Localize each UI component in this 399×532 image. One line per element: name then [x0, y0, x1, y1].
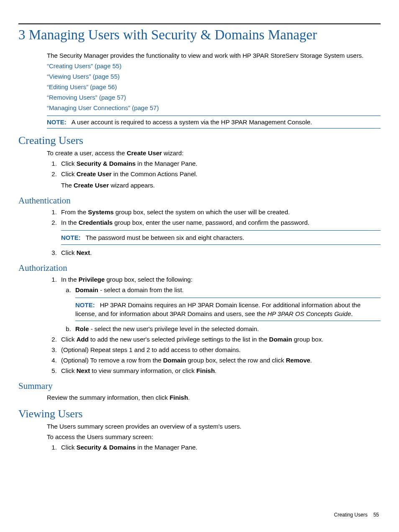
toc-link[interactable]: “Editing Users” (page 56) — [47, 82, 381, 91]
step-item: Click Next to view summary information, … — [59, 366, 381, 375]
section-viewing-users: Viewing Users — [18, 408, 381, 420]
page-number: 55 — [373, 512, 379, 518]
creating-intro: To create a user, access the Create User… — [47, 149, 381, 157]
section-creating-users: Creating Users — [18, 134, 381, 147]
toc-link[interactable]: “Creating Users” (page 55) — [47, 62, 381, 70]
page-footer: Creating Users55 — [334, 512, 379, 518]
step-item: (Optional) Repeat steps 1 and 2 to add a… — [59, 345, 381, 354]
note-label: NOTE: — [75, 301, 95, 308]
step-item: Click Next. — [59, 248, 381, 257]
toc-link[interactable]: “Removing Users” (page 57) — [47, 93, 381, 102]
substep-item: Domain - select a domain from the list. … — [73, 285, 381, 321]
authz-steps: In the Privilege group box, select the f… — [47, 275, 381, 375]
toc-link[interactable]: “Viewing Users” (page 55) — [47, 72, 381, 81]
note-text: HP 3PAR Domains requires an HP 3PAR Doma… — [75, 301, 361, 317]
step-item: In the Privilege group box, select the f… — [59, 275, 381, 333]
chapter-title: 3 Managing Users with Security & Domains… — [18, 27, 381, 44]
substep-item: Role - select the new user's privilege l… — [73, 324, 381, 333]
step-item: Click Add to add the new user's selected… — [59, 335, 381, 344]
viewing-p1: The Users summary screen provides an ove… — [47, 422, 381, 431]
summary-text: Review the summary information, then cli… — [47, 393, 381, 402]
step-item: Click Security & Domains in the Manager … — [59, 159, 381, 168]
auth-steps: From the Systems group box, select the s… — [47, 208, 381, 257]
note-text: The password must be between six and eig… — [86, 234, 244, 241]
step-item: (Optional) To remove a row from the Doma… — [59, 356, 381, 365]
note-box: NOTE:A user account is required to acces… — [47, 116, 381, 129]
note-text: A user account is required to access a s… — [72, 118, 312, 126]
note-box: NOTE:HP 3PAR Domains requires an HP 3PAR… — [75, 298, 381, 321]
subsection-summary: Summary — [18, 381, 381, 391]
step-item: Click Security & Domains in the Manager … — [59, 443, 381, 452]
note-box: NOTE:The password must be between six an… — [61, 230, 381, 245]
footer-section: Creating Users — [334, 512, 368, 518]
step-item: From the Systems group box, select the s… — [59, 208, 381, 216]
authz-substeps: Domain - select a domain from the list. … — [61, 285, 381, 333]
note-label: NOTE: — [61, 234, 81, 241]
viewing-steps: Click Security & Domains in the Manager … — [47, 443, 381, 452]
subsection-authentication: Authentication — [18, 195, 381, 206]
toc-link[interactable]: “Managing User Connections” (page 57) — [47, 103, 381, 112]
viewing-p2: To access the Users summary screen: — [47, 432, 381, 441]
note-label: NOTE: — [47, 118, 66, 126]
step-item: In the Credentials group box, enter the … — [59, 218, 381, 245]
step-item: Click Create User in the Common Actions … — [59, 170, 381, 190]
intro-paragraph: The Security Manager provides the functi… — [47, 51, 381, 60]
subsection-authorization: Authorization — [18, 263, 381, 273]
creating-steps: Click Security & Domains in the Manager … — [47, 159, 381, 190]
